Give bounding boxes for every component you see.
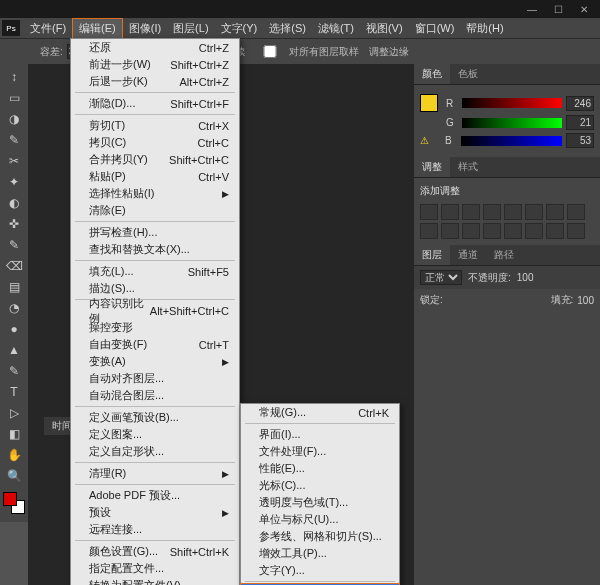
tool-15[interactable]: T [2, 382, 26, 402]
menu-help[interactable]: 帮助(H) [460, 19, 509, 38]
edit-menu-item[interactable]: 拼写检查(H)... [71, 224, 239, 241]
paths-tab[interactable]: 路径 [486, 245, 522, 265]
menu-view[interactable]: 视图(V) [360, 19, 409, 38]
prefs-menu-item[interactable]: 性能(E)... [241, 460, 399, 477]
edit-menu-item[interactable]: 后退一步(K)Alt+Ctrl+Z [71, 73, 239, 90]
prefs-menu-item[interactable]: 常规(G)...Ctrl+K [241, 404, 399, 421]
edit-menu-item[interactable]: 填充(L)...Shift+F5 [71, 263, 239, 280]
adjustment-icon[interactable] [483, 223, 501, 239]
tool-16[interactable]: ▷ [2, 403, 26, 423]
adjustment-icon[interactable] [462, 223, 480, 239]
edit-menu-item[interactable]: 描边(S)... [71, 280, 239, 297]
adjustment-icon[interactable] [483, 204, 501, 220]
prefs-menu-item[interactable]: 界面(I)... [241, 426, 399, 443]
tool-17[interactable]: ◧ [2, 424, 26, 444]
channels-tab[interactable]: 通道 [450, 245, 486, 265]
adjustment-icon[interactable] [504, 204, 522, 220]
menu-image[interactable]: 图像(I) [123, 19, 167, 38]
adjustment-icon[interactable] [441, 204, 459, 220]
prefs-menu-item[interactable]: 文件处理(F)... [241, 443, 399, 460]
prefs-menu-item[interactable]: 增效工具(P)... [241, 545, 399, 562]
swatches-tab[interactable]: 色板 [450, 64, 486, 84]
color-tab[interactable]: 颜色 [414, 64, 450, 84]
edit-menu-item[interactable]: 渐隐(D)...Shift+Ctrl+F [71, 95, 239, 112]
edit-menu-item[interactable]: 操控变形 [71, 319, 239, 336]
adjustment-icon[interactable] [441, 223, 459, 239]
tool-0[interactable]: ↕ [2, 67, 26, 87]
edit-menu-item[interactable]: 查找和替换文本(X)... [71, 241, 239, 258]
edit-menu-item[interactable]: 前进一步(W)Shift+Ctrl+Z [71, 56, 239, 73]
edit-menu-item[interactable]: 预设▶ [71, 504, 239, 521]
adjustment-icon[interactable] [462, 204, 480, 220]
edit-menu-item[interactable]: 变换(A)▶ [71, 353, 239, 370]
edit-menu-item[interactable]: 剪切(T)Ctrl+X [71, 117, 239, 134]
tool-1[interactable]: ▭ [2, 88, 26, 108]
maximize-button[interactable]: ☐ [546, 2, 570, 16]
edit-menu-item[interactable]: 自动对齐图层... [71, 370, 239, 387]
menu-filter[interactable]: 滤镜(T) [312, 19, 360, 38]
r-value[interactable]: 246 [566, 96, 594, 111]
adjustment-icon[interactable] [546, 204, 564, 220]
tool-13[interactable]: ▲ [2, 340, 26, 360]
tool-2[interactable]: ◑ [2, 109, 26, 129]
refine-edge-button[interactable]: 调整边缘 [369, 45, 409, 59]
prefs-menu-item[interactable]: 单位与标尺(U)... [241, 511, 399, 528]
edit-menu-item[interactable]: 拷贝(C)Ctrl+C [71, 134, 239, 151]
tool-10[interactable]: ▤ [2, 277, 26, 297]
r-slider[interactable] [462, 98, 562, 108]
edit-menu-item[interactable]: 定义图案... [71, 426, 239, 443]
adjustment-icon[interactable] [567, 223, 585, 239]
all-layers-checkbox[interactable] [255, 45, 285, 58]
edit-menu-item[interactable]: 远程连接... [71, 521, 239, 538]
edit-menu-item[interactable]: 还原Ctrl+Z [71, 39, 239, 56]
menu-file[interactable]: 文件(F) [24, 19, 72, 38]
edit-menu-item[interactable]: 清理(R)▶ [71, 465, 239, 482]
minimize-button[interactable]: — [520, 2, 544, 16]
menu-edit[interactable]: 编辑(E) [72, 18, 123, 39]
blend-mode-select[interactable]: 正常 [420, 270, 462, 285]
b-slider[interactable] [461, 136, 562, 146]
edit-menu-item[interactable]: 颜色设置(G)...Shift+Ctrl+K [71, 543, 239, 560]
adjustment-icon[interactable] [546, 223, 564, 239]
edit-menu-item[interactable]: 转换为配置文件(V)... [71, 577, 239, 585]
edit-menu-item[interactable]: Adobe PDF 预设... [71, 487, 239, 504]
tool-19[interactable]: 🔍 [2, 466, 26, 486]
tool-14[interactable]: ✎ [2, 361, 26, 381]
adjustment-icon[interactable] [420, 204, 438, 220]
adjustment-icon[interactable] [420, 223, 438, 239]
menu-layer[interactable]: 图层(L) [167, 19, 214, 38]
adjustment-icon[interactable] [567, 204, 585, 220]
edit-menu-item[interactable]: 定义自定形状... [71, 443, 239, 460]
menu-type[interactable]: 文字(Y) [215, 19, 264, 38]
tool-8[interactable]: ✎ [2, 235, 26, 255]
color-swatches[interactable] [3, 492, 25, 514]
prefs-menu-item[interactable]: 参考线、网格和切片(S)... [241, 528, 399, 545]
tool-12[interactable]: ● [2, 319, 26, 339]
foreground-color-swatch[interactable] [420, 94, 438, 112]
prefs-menu-item[interactable]: 透明度与色域(T)... [241, 494, 399, 511]
g-slider[interactable] [462, 118, 562, 128]
tool-7[interactable]: ✜ [2, 214, 26, 234]
opacity-value[interactable]: 100 [517, 272, 534, 283]
b-value[interactable]: 53 [566, 133, 594, 148]
edit-menu-item[interactable]: 指定配置文件... [71, 560, 239, 577]
tool-3[interactable]: ✎ [2, 130, 26, 150]
adjustments-tab[interactable]: 调整 [414, 157, 450, 177]
edit-menu-item[interactable]: 粘贴(P)Ctrl+V [71, 168, 239, 185]
tool-9[interactable]: ⌫ [2, 256, 26, 276]
prefs-menu-item[interactable]: 文字(Y)... [241, 562, 399, 579]
g-value[interactable]: 21 [566, 115, 594, 130]
adjustment-icon[interactable] [525, 204, 543, 220]
menu-select[interactable]: 选择(S) [263, 19, 312, 38]
edit-menu-item[interactable]: 合并拷贝(Y)Shift+Ctrl+C [71, 151, 239, 168]
tool-11[interactable]: ◔ [2, 298, 26, 318]
close-button[interactable]: ✕ [572, 2, 596, 16]
prefs-menu-item[interactable]: 光标(C)... [241, 477, 399, 494]
layers-tab[interactable]: 图层 [414, 245, 450, 265]
styles-tab[interactable]: 样式 [450, 157, 486, 177]
tool-4[interactable]: ✂ [2, 151, 26, 171]
menu-window[interactable]: 窗口(W) [409, 19, 461, 38]
edit-menu-item[interactable]: 定义画笔预设(B)... [71, 409, 239, 426]
tool-5[interactable]: ✦ [2, 172, 26, 192]
edit-menu-item[interactable]: 选择性粘贴(I)▶ [71, 185, 239, 202]
